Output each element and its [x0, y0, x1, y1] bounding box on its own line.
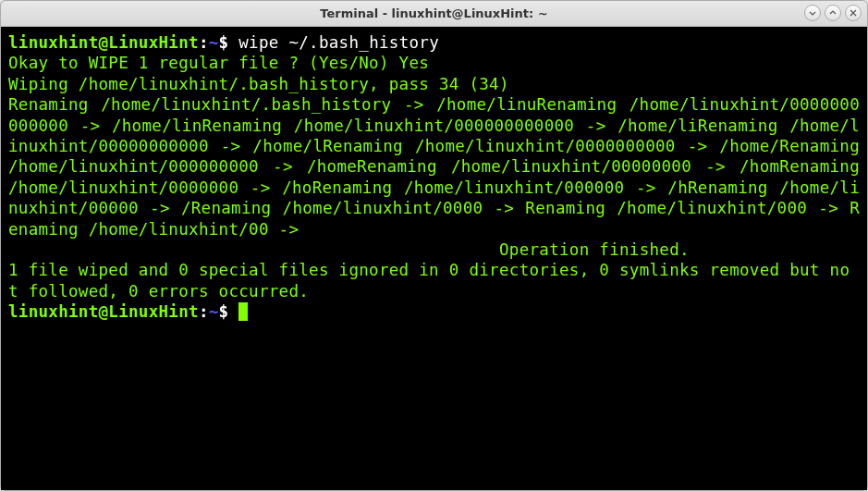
output-renaming-block: Renaming /home/linuxhint/.bash_history -… — [8, 94, 860, 239]
terminal-window: Terminal - linuxhint@LinuxHint: ~ linuxh… — [0, 0, 868, 491]
close-button[interactable] — [845, 5, 862, 21]
output-wiping: Wiping /home/linuxhint/.bash_history, pa… — [8, 75, 509, 93]
cursor — [238, 302, 248, 321]
command-text: wipe ~/.bash_history — [228, 33, 439, 52]
maximize-icon — [829, 9, 837, 17]
close-icon — [850, 9, 857, 17]
prompt-path-2: ~ — [209, 302, 219, 321]
titlebar: Terminal - linuxhint@LinuxHint: ~ — [1, 1, 867, 27]
prompt-separator: : — [199, 33, 209, 52]
prompt-symbol: $ — [219, 33, 229, 52]
prompt-userhost-2: linuxhint@LinuxHint — [8, 302, 199, 321]
output-summary: 1 file wiped and 0 special files ignored… — [8, 261, 850, 300]
terminal-body[interactable]: linuxhint@LinuxHint:~$ wipe ~/.bash_hist… — [1, 27, 867, 490]
maximize-button[interactable] — [825, 5, 841, 21]
prompt-symbol-2: $ — [219, 302, 229, 321]
window-controls — [804, 5, 862, 21]
prompt-separator-2: : — [199, 302, 209, 321]
output-finished: Operation finished. — [8, 240, 690, 259]
minimize-icon — [809, 9, 816, 17]
prompt-userhost: linuxhint@LinuxHint — [8, 33, 199, 52]
output-confirm: Okay to WIPE 1 regular file ? (Yes/No) Y… — [8, 54, 429, 72]
minimize-button[interactable] — [804, 5, 821, 21]
prompt-path: ~ — [209, 33, 219, 52]
window-title: Terminal - linuxhint@LinuxHint: ~ — [320, 6, 547, 20]
